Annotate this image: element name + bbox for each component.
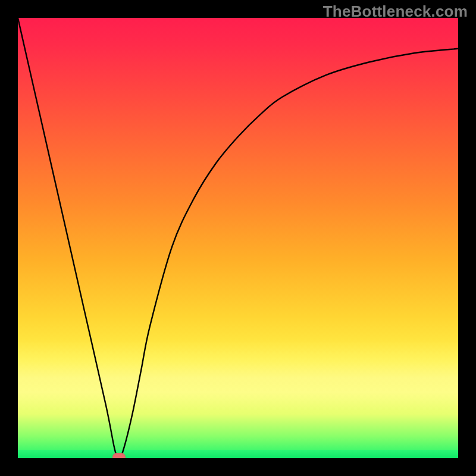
watermark-text: TheBottleneck.com — [323, 2, 468, 21]
chart-frame: TheBottleneck.com — [0, 0, 476, 476]
plot-area — [18, 18, 458, 458]
optimal-marker — [112, 453, 126, 459]
bottleneck-curve — [18, 18, 458, 458]
bottleneck-curve-svg — [18, 18, 458, 458]
